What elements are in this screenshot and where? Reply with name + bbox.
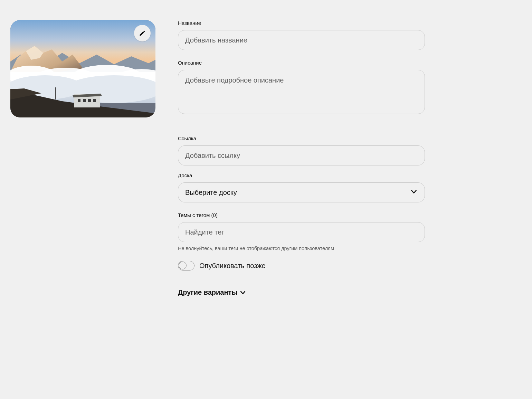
title-input[interactable] [178,30,425,50]
svg-rect-10 [78,99,80,102]
svg-rect-12 [88,99,91,102]
board-label: Доска [178,172,425,178]
tags-field-group: Темы с тегом (0) Не волнуйтесь, ваши тег… [178,212,425,251]
publish-later-label: Опубликовать позже [199,262,266,270]
board-select[interactable]: Выберите доску [178,182,425,202]
tags-label: Темы с тегом (0) [178,212,425,218]
more-options-label: Другие варианты [178,288,237,296]
tags-input[interactable] [178,222,425,242]
link-field-group: Ссылка [178,135,425,165]
svg-rect-13 [93,99,96,102]
description-input[interactable] [178,70,425,114]
chevron-down-icon [410,188,418,197]
title-label: Название [178,20,425,26]
board-selected-value: Выберите доску [185,189,237,197]
title-field-group: Название [178,20,425,50]
publish-later-row: Опубликовать позже [178,261,425,270]
publish-later-toggle[interactable] [178,261,194,270]
pencil-icon [139,30,146,37]
svg-rect-11 [83,99,86,102]
more-options-button[interactable]: Другие варианты [178,288,246,296]
description-label: Описание [178,60,425,66]
link-label: Ссылка [178,135,425,141]
uploaded-image [10,20,155,117]
image-column [10,20,155,296]
board-field-group: Доска Выберите доску [178,172,425,202]
image-preview[interactable] [10,20,155,117]
svg-rect-14 [55,87,56,99]
toggle-knob [179,262,187,269]
link-input[interactable] [178,145,425,165]
edit-image-button[interactable] [134,25,151,41]
tags-hint: Не волнуйтесь, ваши теги не отображаются… [178,246,425,251]
form-column: Название Описание Ссылка Доска Выберите … [178,20,425,296]
pin-create-form: Название Описание Ссылка Доска Выберите … [0,0,532,307]
chevron-down-icon [239,289,246,296]
description-field-group: Описание [178,60,425,115]
